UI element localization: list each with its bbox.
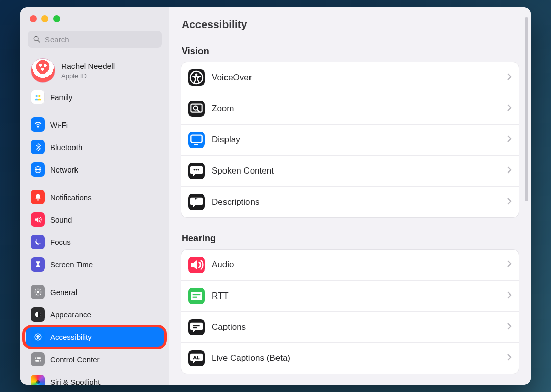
- family-icon: [31, 90, 45, 104]
- sidebar-item-accessibility[interactable]: Accessibility: [26, 327, 164, 347]
- svg-point-22: [35, 357, 37, 358]
- svg-point-34: [196, 169, 197, 171]
- gear-icon: [31, 285, 45, 299]
- section-vision-label: Vision: [182, 46, 519, 57]
- svg-rect-12: [34, 291, 36, 292]
- row-audio[interactable]: Audio: [181, 250, 519, 280]
- svg-rect-28: [191, 104, 202, 112]
- sidebar-item-focus[interactable]: Focus: [26, 232, 164, 252]
- sidebar-item-notifications[interactable]: Notifications: [26, 187, 164, 207]
- sidebar-item-screentime[interactable]: Screen Time: [26, 254, 164, 275]
- row-label: Live Captions (Beta): [212, 353, 499, 363]
- section-hearing-label: Hearing: [182, 233, 519, 244]
- svg-point-27: [195, 74, 198, 76]
- sidebar-item-controlcenter[interactable]: Control Center: [26, 349, 164, 370]
- svg-line-30: [197, 110, 199, 112]
- svg-rect-13: [40, 291, 41, 292]
- avatar: [31, 58, 55, 83]
- row-label: Descriptions: [212, 197, 499, 207]
- row-display[interactable]: Display: [181, 124, 519, 155]
- chevron-right-icon: [507, 197, 512, 207]
- close-window-button[interactable]: [30, 15, 37, 22]
- row-zoom[interactable]: Zoom: [181, 93, 519, 124]
- row-captions[interactable]: Captions: [181, 311, 519, 342]
- svg-rect-14: [35, 289, 36, 291]
- globe-icon: [31, 162, 45, 177]
- account-sub: Apple ID: [61, 72, 115, 80]
- settings-window: Rachel Needell Apple ID Family Wi-Fi: [20, 7, 531, 385]
- svg-rect-31: [191, 135, 202, 143]
- svg-rect-41: [193, 327, 197, 328]
- sidebar-item-siri[interactable]: Siri & Spotlight: [26, 372, 164, 385]
- zoom-icon: [188, 101, 205, 117]
- sidebar-item-family[interactable]: Family: [26, 87, 164, 107]
- content-pane: Accessibility Vision VoiceOver Zoom: [169, 7, 531, 385]
- svg-rect-16: [39, 289, 40, 290]
- svg-rect-37: [191, 292, 202, 300]
- sidebar-scroll[interactable]: Rachel Needell Apple ID Family Wi-Fi: [20, 53, 169, 385]
- voiceover-icon: [188, 69, 205, 86]
- sidebar-item-label: Family: [50, 93, 72, 102]
- sidebar-item-appearance[interactable]: Appearance: [26, 304, 164, 325]
- chevron-right-icon: [507, 166, 512, 176]
- chevron-right-icon: [507, 260, 512, 270]
- row-descriptions[interactable]: ” Descriptions: [181, 186, 519, 217]
- sidebar-item-bluetooth[interactable]: Bluetooth: [26, 137, 164, 157]
- row-label: Captions: [212, 322, 499, 332]
- switches-icon: [31, 352, 45, 366]
- svg-point-25: [36, 380, 39, 383]
- page-title: Accessibility: [182, 18, 519, 31]
- minimize-window-button[interactable]: [41, 15, 48, 22]
- svg-point-33: [194, 169, 195, 171]
- account-name: Rachel Needell: [61, 62, 115, 71]
- chevron-right-icon: [507, 322, 512, 332]
- row-label: VoiceOver: [212, 72, 499, 83]
- svg-point-24: [38, 360, 40, 361]
- speaker-icon: [31, 212, 45, 227]
- speech-bubble-icon: [188, 163, 205, 179]
- sidebar-item-label: Bluetooth: [50, 143, 82, 152]
- siri-icon: [31, 375, 45, 385]
- svg-point-9: [37, 291, 39, 293]
- svg-rect-15: [39, 293, 41, 295]
- svg-point-19: [35, 334, 41, 340]
- wifi-icon: [31, 117, 45, 132]
- sidebar-item-general[interactable]: General: [26, 282, 164, 302]
- row-label: Display: [212, 135, 499, 145]
- row-voiceover[interactable]: VoiceOver: [181, 62, 519, 93]
- svg-line-1: [38, 40, 40, 42]
- zoom-window-button[interactable]: [53, 15, 60, 22]
- row-rtt[interactable]: RTT: [181, 280, 519, 311]
- svg-rect-10: [37, 288, 38, 290]
- sidebar-item-label: Siri & Spotlight: [50, 378, 100, 385]
- sidebar-item-label: Appearance: [50, 310, 91, 319]
- svg-point-2: [35, 95, 37, 97]
- search-field[interactable]: [28, 31, 162, 48]
- row-label: Audio: [212, 260, 499, 270]
- sidebar-account[interactable]: Rachel Needell Apple ID: [26, 54, 164, 87]
- search-input[interactable]: [45, 35, 157, 44]
- sidebar-item-label: Accessibility: [50, 333, 92, 341]
- sidebar-item-label: Notifications: [50, 193, 92, 202]
- svg-text:”: ”: [195, 197, 198, 204]
- bell-icon: [31, 190, 45, 204]
- sidebar-item-wifi[interactable]: Wi-Fi: [26, 114, 164, 135]
- sidebar-item-label: Control Center: [50, 355, 100, 364]
- row-spoken-content[interactable]: Spoken Content: [181, 155, 519, 186]
- chevron-right-icon: [507, 72, 512, 83]
- bluetooth-icon: [31, 140, 45, 154]
- sidebar-item-network[interactable]: Network: [26, 159, 164, 180]
- sidebar: Rachel Needell Apple ID Family Wi-Fi: [20, 7, 169, 385]
- svg-point-4: [37, 127, 38, 128]
- svg-rect-38: [193, 294, 201, 295]
- content-scrollbar[interactable]: [525, 17, 528, 380]
- svg-point-35: [198, 169, 199, 171]
- display-icon: [188, 132, 205, 148]
- hearing-panel: Audio RTT Captions: [181, 249, 519, 374]
- row-live-captions[interactable]: Live Captions (Beta): [181, 342, 519, 374]
- sidebar-item-sound[interactable]: Sound: [26, 209, 164, 230]
- moon-icon: [31, 235, 45, 249]
- chevron-right-icon: [507, 353, 512, 363]
- accessibility-icon: [31, 330, 45, 344]
- sidebar-item-label: Screen Time: [50, 260, 93, 269]
